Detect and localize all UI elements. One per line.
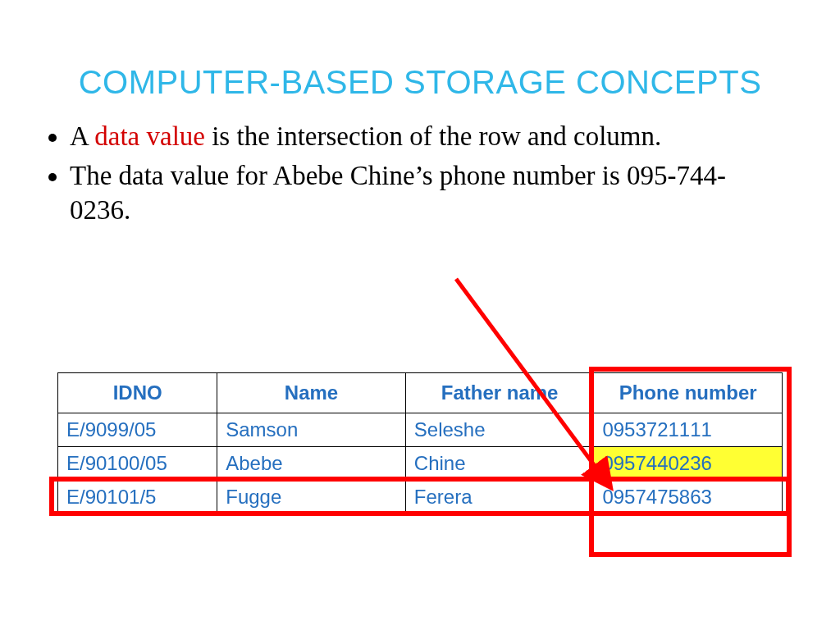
- header-father: Father name: [405, 373, 594, 413]
- header-phone: Phone number: [594, 373, 783, 413]
- header-idno: IDNO: [58, 373, 217, 413]
- slide: COMPUTER-BASED STORAGE CONCEPTS A data v…: [0, 0, 840, 630]
- bullet-list: A data value is the intersection of the …: [70, 119, 783, 228]
- data-table-wrap: IDNO Name Father name Phone number E/909…: [57, 372, 783, 514]
- cell-idno: E/9099/05: [58, 413, 217, 447]
- cell-father: Seleshe: [405, 413, 594, 447]
- slide-title: COMPUTER-BASED STORAGE CONCEPTS: [0, 0, 840, 101]
- cell-phone: 0953721111: [594, 413, 783, 447]
- bullet-1-pre: A: [70, 121, 94, 151]
- table-row: E/90100/05 Abebe Chine 0957440236: [58, 447, 783, 481]
- cell-idno: E/90100/05: [58, 447, 217, 481]
- cell-father: Chine: [405, 447, 594, 481]
- table-row: E/9099/05 Samson Seleshe 0953721111: [58, 413, 783, 447]
- cell-father: Ferera: [405, 481, 594, 514]
- data-table: IDNO Name Father name Phone number E/909…: [57, 372, 783, 514]
- bullet-2: The data value for Abebe Chine’s phone n…: [70, 158, 783, 227]
- table-row: E/90101/5 Fugge Ferera 0957475863: [58, 481, 783, 514]
- cell-name: Abebe: [217, 447, 406, 481]
- bullet-1: A data value is the intersection of the …: [70, 119, 783, 153]
- cell-name: Samson: [217, 413, 406, 447]
- cell-phone-highlighted: 0957440236: [594, 447, 783, 481]
- cell-phone: 0957475863: [594, 481, 783, 514]
- bullet-1-post: is the intersection of the row and colum…: [205, 121, 661, 151]
- cell-idno: E/90101/5: [58, 481, 217, 514]
- table-header-row: IDNO Name Father name Phone number: [58, 373, 783, 413]
- cell-name: Fugge: [217, 481, 406, 514]
- header-name: Name: [217, 373, 406, 413]
- bullet-1-term: data value: [94, 121, 205, 151]
